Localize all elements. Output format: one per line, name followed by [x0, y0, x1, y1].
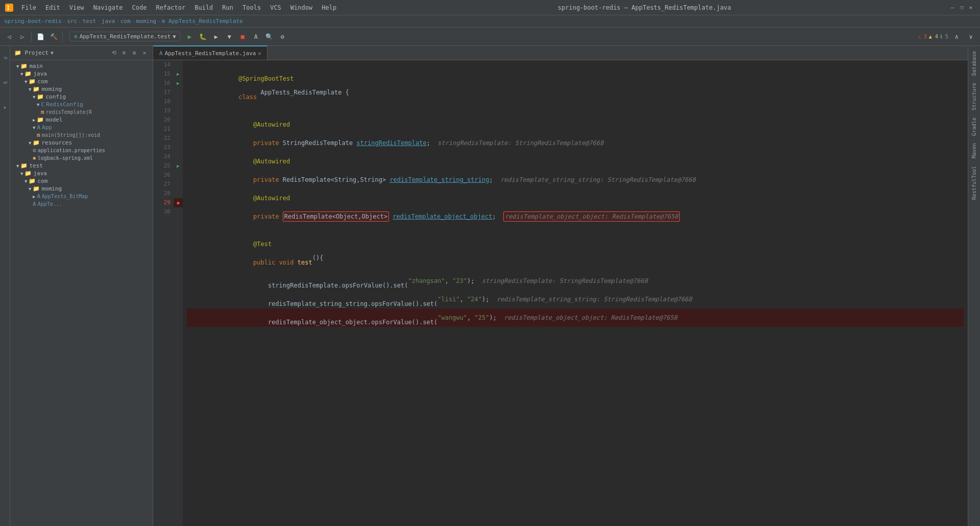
minimize-button[interactable]: —: [948, 4, 957, 12]
editor-area: A AppTests_RedisTemplate.java ✕ 14 15 16…: [153, 46, 968, 526]
hint-6: redisTemplate_object_object: RedisTempla…: [504, 313, 677, 322]
breadcrumb-java[interactable]: java: [102, 18, 115, 25]
tree-item-apptests[interactable]: A AppTe...: [10, 200, 153, 208]
sidebar-icon-project[interactable]: P: [1, 48, 9, 68]
database-panel-icon[interactable]: Database: [970, 48, 978, 79]
sidebar-icon-structure[interactable]: S: [1, 73, 9, 93]
run-button[interactable]: ▶: [183, 31, 195, 43]
menu-navigate[interactable]: Navigate: [89, 3, 127, 13]
info-count: ℹ 5: [940, 34, 948, 39]
restfultool-panel-icon[interactable]: RestfulTool: [970, 163, 978, 203]
menu-file[interactable]: File: [17, 3, 40, 13]
folder-icon-java: 📁: [24, 70, 32, 77]
tab-apptest[interactable]: A AppTests_RedisTemplate.java ✕: [153, 45, 267, 60]
menu-window[interactable]: Window: [286, 3, 316, 13]
build-button[interactable]: 🔨: [47, 31, 60, 43]
structure-panel-icon[interactable]: Structure: [970, 80, 978, 113]
menu-help[interactable]: Help: [317, 3, 340, 13]
folder-icon-model: 📁: [37, 116, 44, 123]
code-line-22: @Autowired: [187, 189, 964, 207]
tree-label-com: com: [37, 78, 47, 85]
close-panel-button[interactable]: ✕: [140, 49, 149, 57]
main-layout: P S ★ 📁 Project ▼ ⟲ ≡ ⚙ ✕ ▼ 📁 main ▼ 📁: [0, 46, 980, 526]
menu-edit[interactable]: Edit: [41, 3, 64, 13]
back-button[interactable]: ◁: [3, 31, 15, 43]
debug-button[interactable]: 🐛: [197, 31, 209, 43]
tree-item-logback[interactable]: ✱ logback-spring.xml: [10, 154, 153, 162]
folder-icon-com: 📁: [29, 78, 36, 85]
menu-run[interactable]: Run: [218, 3, 237, 13]
tree-item-main-method[interactable]: m main(String[]):void: [10, 131, 153, 139]
app-icon: I: [5, 4, 13, 12]
tab-icon: A: [159, 50, 163, 57]
tree-item-model[interactable]: ▶ 📁 model: [10, 116, 153, 124]
breadcrumb-com[interactable]: com: [120, 18, 131, 25]
tree-item-main[interactable]: ▼ 📁 main: [10, 62, 153, 70]
translate-button[interactable]: A: [250, 31, 262, 43]
tree-item-resources[interactable]: ▼ 📁 resources: [10, 139, 153, 147]
maximize-button[interactable]: ❐: [958, 4, 966, 12]
expand-icon-test-com: ▼: [24, 179, 27, 184]
str-wangwu: "wangwu": [437, 313, 467, 322]
menu-view[interactable]: View: [65, 3, 88, 13]
str-23: "23": [452, 276, 467, 285]
inspection-button[interactable]: ∧: [950, 31, 963, 43]
sync-button[interactable]: ⟲: [110, 49, 118, 57]
right-panel-icons: Database Structure Gradle Maven RestfulT…: [968, 46, 980, 526]
breadcrumb-class[interactable]: ⚙ AppTests_RedisTemplate: [162, 18, 243, 25]
tree-item-com[interactable]: ▼ 📁 com: [10, 78, 153, 85]
more-run-button[interactable]: ▼: [223, 31, 235, 43]
window-controls: — ❐ ✕: [948, 4, 975, 12]
tree-item-app[interactable]: ▼ A App: [10, 124, 153, 131]
tree-label-java: java: [33, 70, 47, 77]
menu-vcs[interactable]: VCS: [266, 3, 285, 13]
menu-refactor[interactable]: Refactor: [152, 3, 189, 13]
run-config-selector[interactable]: ⚙ AppTests_RedisTemplate.test ▼: [69, 32, 180, 41]
tree-label-test-com: com: [37, 178, 47, 184]
expand-icon-test-java: ▼: [20, 171, 23, 176]
tree-item-test[interactable]: ▼ 📁 test: [10, 162, 153, 170]
code-line-29: redisTemplate_object_object.opsForValue(…: [187, 308, 964, 327]
tree-item-bitmap[interactable]: ▶ A AppTests_BitMap: [10, 193, 153, 200]
line-numbers: 14 15 16 17 18 19 20 21 22 23 24 25 26 2…: [153, 60, 174, 526]
tree-item-moming[interactable]: ▼ 📁 moming: [10, 85, 153, 93]
tree-item-test-com[interactable]: ▼ 📁 com: [10, 177, 153, 185]
hint-5: redisTemplate_string_string: StringRedis…: [497, 295, 692, 304]
breadcrumb-moming[interactable]: moming: [136, 18, 156, 25]
maven-panel-icon[interactable]: Maven: [970, 140, 978, 161]
expand-icon-main: ▼: [16, 64, 19, 69]
tab-close-button[interactable]: ✕: [258, 51, 261, 56]
inspection-nav-down[interactable]: ∨: [965, 31, 977, 43]
breadcrumb-test[interactable]: test: [83, 18, 96, 25]
stop-button[interactable]: ■: [236, 31, 249, 43]
menu-tools[interactable]: Tools: [238, 3, 265, 13]
coverage-button[interactable]: ▶: [210, 31, 222, 43]
tree-item-config[interactable]: ▼ 📁 config: [10, 93, 153, 101]
tree-label-appprops: application.properties: [38, 148, 105, 153]
tree-item-redistemplate-method[interactable]: m redisTemplate(R: [10, 108, 153, 116]
method-test: test: [298, 258, 312, 267]
close-button[interactable]: ✕: [967, 4, 975, 12]
tree-item-appprops[interactable]: ⚙ application.properties: [10, 147, 153, 154]
sidebar-icon-favorites[interactable]: ★: [1, 97, 9, 117]
menu-code[interactable]: Code: [128, 3, 151, 13]
collapse-button[interactable]: ≡: [120, 49, 128, 57]
code-content[interactable]: @SpringBootTest class AppTests_RedisTemp…: [183, 60, 968, 526]
xml-icon: ✱: [33, 155, 36, 161]
menu-build[interactable]: Build: [190, 3, 217, 13]
expand-icon-moming: ▼: [29, 87, 31, 92]
tree-item-test-java[interactable]: ▼ 📁 java: [10, 170, 153, 177]
recent-files-button[interactable]: 📄: [34, 31, 46, 43]
gutter-icons: ▶ ▶ ▶ ●: [174, 60, 183, 526]
gear-button[interactable]: ⚙: [130, 49, 138, 57]
settings-button[interactable]: ⚙: [276, 31, 288, 43]
tree-item-test-moming[interactable]: ▼ 📁 moming: [10, 185, 153, 193]
tree-item-redisconfig[interactable]: ▼ C RedisConfig: [10, 101, 153, 108]
forward-button[interactable]: ▷: [16, 31, 29, 43]
tree-item-java[interactable]: ▼ 📁 java: [10, 70, 153, 78]
gradle-panel-icon[interactable]: Gradle: [970, 114, 978, 139]
expand-icon-app: ▼: [33, 125, 35, 130]
breadcrumb-root[interactable]: spring-boot-redis: [4, 18, 62, 25]
search-everywhere-button[interactable]: 🔍: [263, 31, 275, 43]
breadcrumb-src[interactable]: src: [67, 18, 77, 25]
